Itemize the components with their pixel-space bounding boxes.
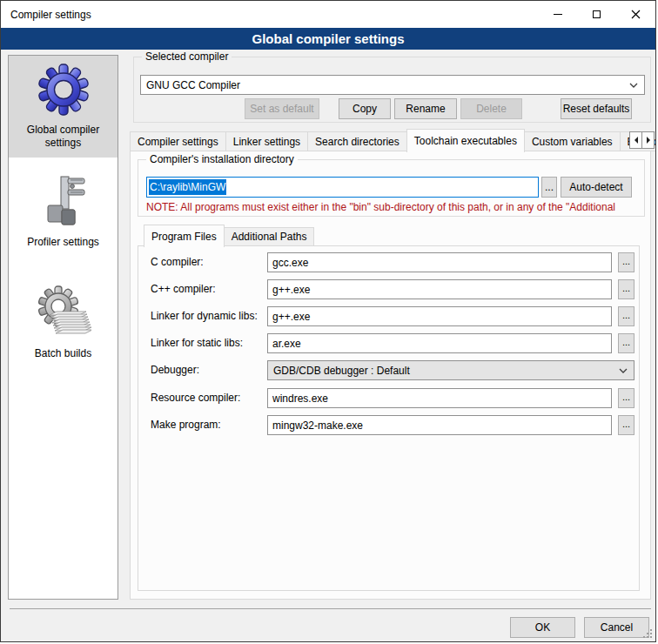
cpp-compiler-input[interactable]	[267, 279, 612, 299]
selected-compiler-dropdown[interactable]: GNU GCC Compiler	[140, 75, 645, 95]
program-files-page: C compiler: ... C++ compiler: ... Linker…	[138, 245, 640, 591]
sidebar-item-global-compiler-settings[interactable]: Global compiler settings	[9, 56, 118, 158]
caliper-icon	[36, 174, 91, 230]
tab-program-files[interactable]: Program Files	[144, 225, 225, 247]
cpp-compiler-label: C++ compiler:	[151, 283, 216, 295]
make-program-input[interactable]	[267, 415, 612, 435]
arrow-left-icon	[634, 137, 638, 144]
window-title: Compiler settings	[1, 9, 91, 21]
c-compiler-label: C compiler:	[151, 256, 204, 268]
maximize-icon	[593, 10, 601, 18]
tab-linker-settings[interactable]: Linker settings	[225, 131, 308, 151]
debugger-label: Debugger:	[151, 364, 199, 376]
cancel-button[interactable]: Cancel	[584, 617, 649, 638]
field-row-make-program: Make program: ...	[138, 415, 639, 435]
settings-category-list: Global compiler settings Profiler settin…	[8, 55, 118, 600]
installation-directory-row: C:\raylib\MinGW ... Auto-detect	[146, 177, 632, 198]
c-compiler-input[interactable]	[267, 252, 612, 272]
resource-compiler-input[interactable]	[267, 388, 612, 408]
debugger-dropdown[interactable]: GDB/CDB debugger : Default	[267, 360, 634, 380]
tab-custom-variables[interactable]: Custom variables	[524, 131, 621, 151]
installation-directory-group-label: Compiler's installation directory	[146, 153, 298, 165]
reset-defaults-button[interactable]: Reset defaults	[561, 98, 632, 119]
selected-compiler-group-label: Selected compiler	[142, 50, 232, 63]
minimize-button[interactable]	[538, 1, 577, 28]
field-row-resource-compiler: Resource compiler: ...	[138, 388, 639, 408]
set-as-default-button[interactable]: Set as default	[245, 98, 319, 119]
title-bar: Compiler settings	[1, 1, 655, 28]
program-files-tab-strip: Program Files Additional Paths	[144, 224, 314, 246]
toolchain-executables-page: Compiler's installation directory C:\ray…	[130, 151, 651, 600]
gray-gear-stack-icon	[36, 285, 91, 341]
installation-directory-browse-button[interactable]: ...	[541, 177, 557, 198]
minimize-icon	[554, 14, 562, 15]
c-compiler-browse-button[interactable]: ...	[618, 252, 634, 272]
copy-button[interactable]: Copy	[339, 98, 391, 119]
linker-dynamic-browse-button[interactable]: ...	[618, 306, 634, 326]
linker-static-input[interactable]	[267, 333, 612, 353]
tab-compiler-settings[interactable]: Compiler settings	[130, 131, 226, 151]
field-row-debugger: Debugger: GDB/CDB debugger : Default	[138, 360, 639, 380]
linker-dynamic-input[interactable]	[267, 306, 612, 326]
make-program-browse-button[interactable]: ...	[618, 415, 634, 435]
sidebar-item-label: Global compiler settings	[10, 124, 117, 150]
tab-scroll-right-button[interactable]	[641, 131, 655, 149]
selected-compiler-value: GNU GCC Compiler	[146, 79, 240, 91]
linker-static-browse-button[interactable]: ...	[618, 333, 634, 353]
tab-additional-paths[interactable]: Additional Paths	[224, 227, 315, 246]
resource-compiler-browse-button[interactable]: ...	[618, 388, 634, 408]
installation-directory-input[interactable]: C:\raylib\MinGW	[146, 177, 539, 198]
linker-static-label: Linker for static libs:	[151, 337, 243, 349]
debugger-value: GDB/CDB debugger : Default	[273, 365, 410, 377]
cpp-compiler-browse-button[interactable]: ...	[618, 279, 634, 299]
sidebar-item-label: Batch builds	[35, 347, 91, 360]
dialog-header: Global compiler settings	[1, 28, 655, 50]
sidebar-item-label: Profiler settings	[27, 236, 99, 249]
resource-compiler-label: Resource compiler:	[151, 392, 240, 404]
tab-search-directories[interactable]: Search directories	[307, 131, 407, 151]
make-program-label: Make program:	[151, 419, 221, 431]
bin-subdirectory-note: NOTE: All programs must exist either in …	[146, 201, 640, 213]
delete-button[interactable]: Delete	[460, 98, 522, 119]
resize-grip[interactable]	[642, 628, 653, 639]
arrow-right-icon	[647, 137, 650, 144]
installation-directory-group: Compiler's installation directory C:\ray…	[138, 159, 645, 217]
tab-scroll-buttons	[630, 131, 655, 149]
caption-buttons	[538, 1, 655, 28]
field-row-linker-dynamic: Linker for dynamic libs: ...	[138, 306, 639, 326]
field-row-cpp-compiler: C++ compiler: ...	[138, 279, 639, 299]
tab-toolchain-executables[interactable]: Toolchain executables	[406, 129, 525, 152]
settings-tab-strip: Compiler settings Linker settings Search…	[130, 128, 656, 151]
sidebar-item-batch-builds[interactable]: Batch builds	[9, 279, 118, 368]
blue-gear-icon	[36, 62, 91, 117]
maximize-button[interactable]	[577, 1, 616, 28]
linker-dynamic-label: Linker for dynamic libs:	[151, 310, 258, 322]
chevron-down-icon	[619, 368, 628, 373]
ok-button[interactable]: OK	[510, 617, 575, 638]
close-button[interactable]	[616, 1, 655, 28]
rename-button[interactable]: Rename	[394, 98, 457, 119]
auto-detect-button[interactable]: Auto-detect	[561, 177, 632, 198]
sidebar-item-profiler-settings[interactable]: Profiler settings	[9, 168, 118, 257]
tab-scroll-left-button[interactable]	[629, 131, 642, 149]
compiler-settings-window: Compiler settings Global compiler settin…	[0, 0, 656, 642]
compiler-actions: Set as default Copy Rename Delete Reset …	[133, 98, 632, 119]
footer-divider	[10, 608, 651, 609]
field-row-linker-static: Linker for static libs: ...	[138, 333, 639, 353]
installation-directory-value: C:\raylib\MinGW	[149, 179, 226, 195]
chevron-down-icon	[629, 83, 638, 88]
close-icon	[631, 10, 641, 19]
field-row-c-compiler: C compiler: ...	[138, 252, 639, 272]
